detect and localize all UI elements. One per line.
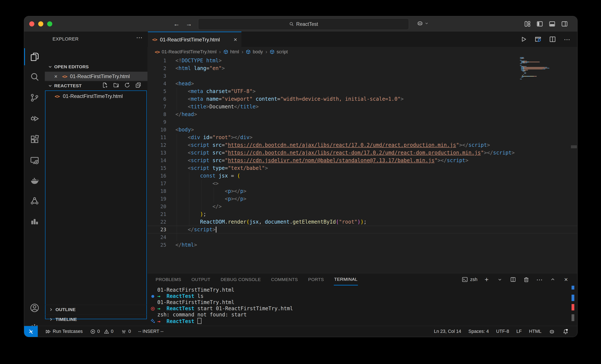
toggle-panel-icon[interactable] bbox=[548, 20, 556, 28]
terminal-shell-button[interactable]: zsh bbox=[462, 276, 477, 283]
outline-section[interactable]: OUTLINE bbox=[45, 305, 148, 314]
breadcrumb-body[interactable]: body bbox=[253, 49, 263, 55]
code-line[interactable]: 22 ReactDOM.render(jsx, document.getElem… bbox=[148, 218, 577, 226]
tab-terminal[interactable]: TERMINAL bbox=[334, 274, 358, 285]
code-line[interactable]: 19 <p></p> bbox=[148, 195, 577, 203]
toggle-secondary-sidebar-icon[interactable] bbox=[560, 20, 569, 28]
error-count: 0 bbox=[97, 329, 100, 334]
code-line[interactable]: 15 <script type="text/babel"> bbox=[148, 164, 577, 172]
tab-debug-console[interactable]: DEBUG CONSOLE bbox=[220, 274, 261, 285]
close-editor-icon[interactable]: × bbox=[54, 73, 57, 80]
new-terminal-icon[interactable]: + bbox=[482, 275, 491, 284]
code-line[interactable]: 24 bbox=[148, 233, 577, 241]
vim-mode[interactable]: -- INSERT -- bbox=[138, 329, 164, 334]
open-editor-item[interactable]: × <> 01-ReactFirstTimeTry.html bbox=[45, 72, 148, 81]
search-view-icon[interactable] bbox=[24, 67, 45, 87]
kill-terminal-icon[interactable] bbox=[522, 275, 530, 284]
panel-more-icon[interactable]: ⋯ bbox=[535, 275, 544, 284]
code-line[interactable]: 13 <script src="https://cdn.bootcdn.net/… bbox=[148, 149, 577, 157]
window-zoom-button[interactable] bbox=[47, 21, 52, 27]
chart-view-icon[interactable] bbox=[24, 211, 45, 231]
code-line[interactable]: 25</html> bbox=[148, 241, 577, 249]
code-line[interactable]: 20 </> bbox=[148, 203, 577, 210]
code-line[interactable]: 5 <meta charset="UTF-8"> bbox=[148, 88, 577, 95]
terminal-command-decoration-sparkle[interactable] bbox=[150, 318, 156, 324]
code-line[interactable]: 23 </script> bbox=[148, 226, 577, 233]
code-line[interactable]: 21 ); bbox=[148, 210, 577, 218]
source-control-icon[interactable] bbox=[24, 88, 45, 108]
new-file-icon[interactable] bbox=[102, 82, 108, 88]
extensions-icon[interactable] bbox=[24, 129, 45, 149]
tab-problems[interactable]: PROBLEMS bbox=[155, 274, 182, 285]
code-line[interactable]: 2<html lang="en"> bbox=[148, 64, 577, 72]
code-line[interactable]: 3 bbox=[148, 72, 577, 80]
explorer-icon[interactable] bbox=[24, 47, 45, 67]
code-line[interactable]: 17 <> bbox=[148, 180, 577, 187]
run-file-icon[interactable] bbox=[519, 35, 528, 44]
notifications-bell-icon[interactable] bbox=[562, 328, 569, 335]
breadcrumb-html[interactable]: html bbox=[230, 49, 239, 55]
tab-comments[interactable]: COMMENTS bbox=[271, 274, 298, 285]
tree-item-file[interactable]: <> 01-ReactFirstTimeTry.html bbox=[45, 91, 148, 101]
tab-close-icon[interactable]: × bbox=[234, 36, 237, 43]
new-folder-icon[interactable] bbox=[113, 82, 119, 88]
code-line[interactable]: 10<body> bbox=[148, 126, 577, 134]
collapse-all-icon[interactable] bbox=[135, 82, 141, 88]
open-preview-icon[interactable] bbox=[533, 35, 543, 44]
customize-layout-icon[interactable] bbox=[523, 20, 532, 28]
terminal-dropdown-icon[interactable] bbox=[496, 275, 504, 284]
code-line[interactable]: 8</head> bbox=[148, 110, 577, 118]
refresh-icon[interactable] bbox=[124, 82, 130, 88]
scrollbar-slider[interactable] bbox=[571, 145, 577, 148]
code-area[interactable]: 1<!DOCTYPE html>2<html lang="en">34<head… bbox=[148, 57, 577, 288]
run-debug-icon[interactable] bbox=[24, 108, 45, 128]
open-editors-header[interactable]: OPEN EDITORS bbox=[45, 62, 148, 72]
accounts-icon[interactable] bbox=[24, 298, 45, 318]
window-close-button[interactable] bbox=[29, 21, 34, 27]
docker-icon[interactable] bbox=[24, 171, 45, 190]
minimap[interactable] bbox=[520, 57, 570, 147]
breadcrumb-script[interactable]: script bbox=[277, 49, 288, 55]
more-actions-icon[interactable]: ⋯ bbox=[562, 35, 572, 44]
code-line[interactable]: 11 <div id="root"></div> bbox=[148, 134, 577, 141]
terminal-scrollbar[interactable] bbox=[571, 314, 574, 321]
tab-ports[interactable]: PORTS bbox=[308, 274, 324, 285]
remote-indicator[interactable] bbox=[24, 326, 38, 337]
ports-status[interactable]: 0 bbox=[121, 329, 131, 334]
code-line[interactable]: 18 <p></p> bbox=[148, 187, 577, 195]
code-line[interactable]: 7 <title>Document</title> bbox=[148, 103, 577, 110]
copilot-status-icon[interactable] bbox=[549, 328, 555, 335]
code-line[interactable]: 6 <meta name="viewport" content="width=d… bbox=[148, 95, 577, 103]
language-mode[interactable]: HTML bbox=[529, 329, 541, 334]
indentation[interactable]: Spaces: 4 bbox=[469, 329, 489, 334]
cursor-position[interactable]: Ln 23, Col 14 bbox=[434, 329, 461, 334]
code-line[interactable]: 4<head> bbox=[148, 80, 577, 88]
encoding[interactable]: UTF-8 bbox=[496, 329, 509, 334]
close-panel-icon[interactable]: × bbox=[562, 275, 570, 284]
split-terminal-icon[interactable] bbox=[509, 275, 517, 284]
sidebar-more-actions-icon[interactable]: ⋯ bbox=[136, 34, 142, 41]
copilot-menu-button[interactable] bbox=[416, 20, 428, 27]
remote-explorer-icon[interactable] bbox=[24, 150, 45, 170]
tab-active-file[interactable]: <> 01-ReactFirstTimeTry.html × bbox=[148, 32, 241, 47]
run-testcases-button[interactable]: Run Testcases bbox=[45, 329, 83, 334]
timeline-section[interactable]: TIMELINE bbox=[45, 315, 148, 324]
tab-output[interactable]: OUTPUT bbox=[191, 274, 211, 285]
toggle-primary-sidebar-icon[interactable] bbox=[535, 20, 544, 28]
navigate-back-icon[interactable]: ← bbox=[172, 19, 181, 29]
window-minimize-button[interactable] bbox=[38, 21, 43, 27]
navigate-forward-icon[interactable]: → bbox=[184, 19, 194, 29]
eol-sequence[interactable]: LF bbox=[516, 329, 521, 334]
code-line[interactable]: 12 <script src="https://cdn.bootcdn.net/… bbox=[148, 141, 577, 149]
network-view-icon[interactable] bbox=[24, 191, 45, 211]
code-line[interactable]: 9 bbox=[148, 118, 577, 126]
command-center-search[interactable]: ReactTest bbox=[198, 18, 409, 30]
problems-status[interactable]: 0 0 bbox=[90, 329, 114, 334]
maximize-panel-icon[interactable] bbox=[549, 275, 557, 284]
terminal-output[interactable]: 01-ReactFirstTimeTry.html→ ReactTest ls0… bbox=[148, 287, 577, 325]
code-line[interactable]: 1<!DOCTYPE html> bbox=[148, 57, 577, 64]
breadcrumb-file[interactable]: 01-ReactFirstTimeTry.html bbox=[162, 49, 217, 55]
code-line[interactable]: 14 <script src="https://cdn.jsdelivr.net… bbox=[148, 157, 577, 164]
split-editor-icon[interactable] bbox=[548, 35, 557, 44]
code-line[interactable]: 16 const jsx = ( bbox=[148, 172, 577, 180]
